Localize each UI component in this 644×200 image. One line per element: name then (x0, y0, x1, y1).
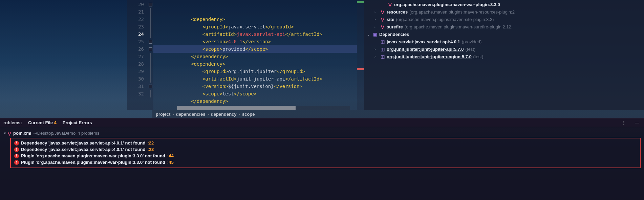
chevron-down-icon[interactable]: ⌄ (367, 32, 371, 36)
tree-item[interactable]: ⌄▣Dependencies (364, 30, 644, 38)
tree-sublabel: (test) (473, 54, 484, 59)
line-gutter: 20212223242526272829303132 (127, 0, 147, 110)
breadcrumb-separator: › (239, 112, 240, 117)
tree-label: org.junit.jupiter:junit-jupiter-api:5.7.… (387, 47, 464, 52)
problems-title: roblems: (3, 120, 22, 125)
code-editor[interactable]: 20212223242526272829303132 <dependency> … (127, 0, 364, 110)
problem-item[interactable]: !Dependency 'javax.servlet:javax.servlet… (13, 140, 638, 146)
code-line[interactable]: <version>${junit.version}</version> (153, 83, 357, 90)
fold-marker[interactable] (147, 30, 153, 38)
tree-item[interactable]: ⋁org.apache.maven.plugins:maven-war-plug… (364, 1, 644, 8)
line-number[interactable]: 22 (127, 16, 144, 23)
tree-sublabel: (org.apache.maven.plugins:maven-surefire… (405, 24, 513, 29)
fold-marker[interactable] (147, 83, 153, 90)
problem-message: Plugin 'org.apache.maven.plugins:maven-w… (21, 160, 165, 165)
breadcrumb-item[interactable]: dependencies (176, 112, 206, 117)
line-number[interactable]: 29 (127, 68, 144, 75)
tree-label: surefire (387, 24, 403, 29)
fold-marker[interactable] (147, 90, 153, 97)
line-number[interactable]: 26 (127, 45, 144, 53)
line-number[interactable]: 31 (127, 83, 144, 90)
problem-message: Plugin 'org.apache.maven.plugins:maven-w… (21, 153, 165, 158)
problems-file-header[interactable]: ▾ ⋁ pom.xml ~/Desktop/JavaDemo 4 problem… (0, 129, 644, 137)
maven-icon: ⋁ (380, 9, 385, 14)
minimize-icon[interactable]: — (634, 120, 641, 125)
maven-tool-window[interactable]: ⋁org.apache.maven.plugins:maven-war-plug… (364, 0, 644, 110)
tree-item[interactable]: ›◫org.junit.jupiter:junit-jupiter-api:5.… (364, 45, 644, 53)
tree-label: Dependencies (379, 32, 409, 37)
tab-project-errors[interactable]: Project Errors (63, 120, 92, 125)
line-number[interactable]: 24 (127, 30, 144, 38)
breadcrumb[interactable]: project›dependencies›dependency›scope (152, 110, 644, 118)
fold-marker[interactable] (147, 45, 153, 53)
fold-marker[interactable] (147, 60, 153, 68)
code-line[interactable]: <version>4.0.1</version> (153, 38, 357, 45)
tab-current-file[interactable]: Current File 4 (28, 120, 57, 125)
tree-label: resources (387, 9, 408, 15)
chevron-right-icon[interactable]: › (374, 25, 379, 29)
chevron-right-icon[interactable]: › (374, 47, 379, 51)
code-line[interactable]: <scope>provided</scope> (153, 45, 357, 53)
line-number[interactable]: 21 (127, 8, 144, 16)
fold-column[interactable] (147, 0, 153, 110)
code-body[interactable]: <dependency> <groupId>javax.servlet</gro… (153, 0, 357, 110)
fold-marker[interactable] (147, 16, 153, 23)
code-line[interactable]: <groupId>javax.servlet</groupId> (153, 23, 357, 30)
minimap[interactable] (357, 0, 364, 110)
line-number[interactable]: 25 (127, 38, 144, 45)
line-number[interactable]: 23 (127, 23, 144, 30)
problem-item[interactable]: !Dependency 'javax.servlet:javax.servlet… (13, 146, 638, 153)
fold-marker[interactable] (147, 23, 153, 30)
code-line[interactable]: <scope>test</scope> (153, 90, 357, 97)
dep-icon: ◫ (380, 54, 385, 59)
problems-panel[interactable]: ▾ ⋁ pom.xml ~/Desktop/JavaDemo 4 problem… (0, 127, 644, 200)
error-icon: ! (14, 147, 19, 152)
code-line[interactable]: <dependency> (153, 16, 357, 23)
chevron-right-icon[interactable]: › (374, 18, 379, 21)
tree-item[interactable]: ›⋁surefire (org.apache.maven.plugins:mav… (364, 23, 644, 30)
problem-item[interactable]: !Plugin 'org.apache.maven.plugins:maven-… (13, 159, 638, 165)
dep-icon: ◫ (380, 47, 385, 51)
fold-marker[interactable] (147, 75, 153, 83)
tree-label: org.apache.maven.plugins:maven-war-plugi… (394, 2, 500, 7)
chevron-down-icon[interactable]: ▾ (4, 131, 6, 135)
problem-item[interactable]: !Plugin 'org.apache.maven.plugins:maven-… (13, 153, 638, 159)
error-icon: ! (14, 141, 19, 146)
line-number[interactable]: 28 (127, 60, 144, 68)
problem-location: :45 (167, 160, 174, 165)
line-number[interactable]: 20 (127, 1, 144, 8)
tree-label: org.junit.jupiter:junit-jupiter-engine:5… (387, 54, 472, 59)
code-line[interactable]: </dependency> (153, 97, 357, 105)
tree-label: javax.servlet:javax.servlet-api:4.0.1 (387, 39, 460, 44)
code-line[interactable]: <artifactId>javax.servlet-api</artifactI… (153, 30, 357, 38)
breadcrumb-item[interactable]: dependency (211, 112, 237, 117)
fold-marker[interactable] (147, 53, 153, 60)
code-line[interactable]: <artifactId>junit-jupiter-api</artifactI… (153, 75, 357, 83)
tree-item[interactable]: ›◫org.junit.jupiter:junit-jupiter-engine… (364, 53, 644, 60)
chevron-right-icon[interactable]: › (374, 55, 379, 59)
line-number[interactable]: 27 (127, 53, 144, 60)
line-number[interactable]: 30 (127, 75, 144, 83)
code-line[interactable]: <dependency> (153, 60, 357, 68)
tree-item[interactable]: ›⋁site (org.apache.maven.plugins:maven-s… (364, 16, 644, 23)
fold-marker[interactable] (147, 38, 153, 45)
code-line[interactable]: <groupId>org.junit.jupiter</groupId> (153, 68, 357, 75)
tree-item[interactable]: ›⋁resources (org.apache.maven.plugins:ma… (364, 8, 644, 16)
code-line[interactable]: </dependency> (153, 53, 357, 60)
horizontal-scrollbar[interactable] (177, 106, 350, 110)
breadcrumb-separator: › (207, 112, 209, 117)
chevron-right-icon[interactable]: › (374, 10, 379, 14)
fold-marker[interactable] (147, 1, 153, 8)
maven-icon: ⋁ (8, 131, 11, 136)
breadcrumb-item[interactable]: project (156, 112, 170, 117)
fold-marker[interactable] (147, 68, 153, 75)
line-number[interactable]: 32 (127, 90, 144, 97)
problem-location: :44 (167, 153, 174, 158)
breadcrumb-item[interactable]: scope (242, 112, 255, 117)
tree-item[interactable]: ◫javax.servlet:javax.servlet-api:4.0.1 (… (364, 38, 644, 45)
folder-icon: ▣ (373, 32, 378, 37)
fold-marker[interactable] (147, 8, 153, 16)
tree-label: site (387, 17, 394, 22)
more-icon[interactable]: ⋮ (620, 120, 627, 125)
maven-icon: ⋁ (380, 17, 385, 22)
